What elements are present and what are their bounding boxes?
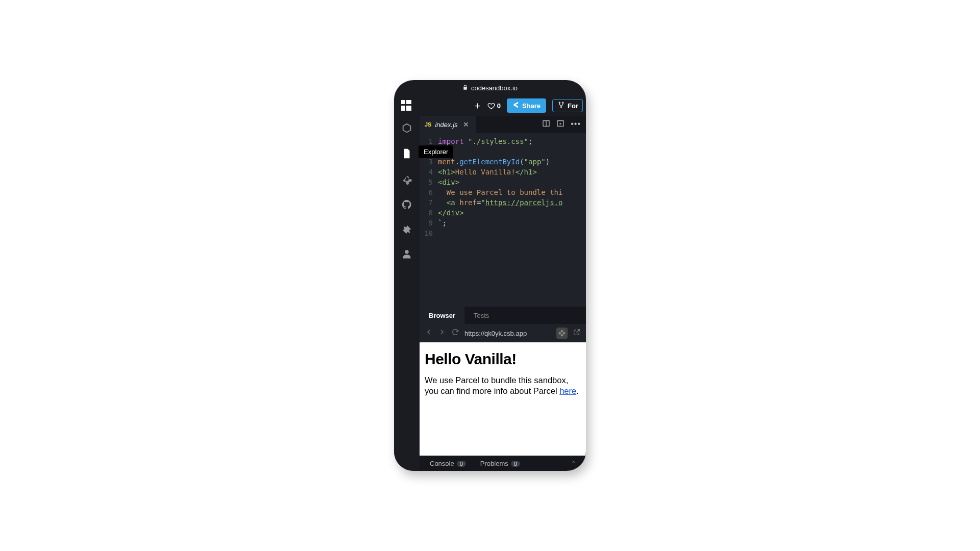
app-topbar: 0 Share For bbox=[394, 95, 586, 116]
settings-icon[interactable] bbox=[401, 173, 413, 185]
live-icon[interactable] bbox=[401, 249, 413, 262]
reload-icon[interactable] bbox=[451, 328, 459, 338]
add-button[interactable] bbox=[474, 102, 481, 110]
browser-address-bar: codesandbox.io bbox=[394, 80, 586, 95]
svg-point-1 bbox=[562, 102, 564, 103]
page-host: codesandbox.io bbox=[471, 84, 518, 92]
expand-panel-icon[interactable]: ⌃ bbox=[571, 460, 576, 467]
activity-bar: Explorer bbox=[394, 116, 420, 471]
explorer-icon[interactable] bbox=[401, 147, 413, 160]
tab-filename: index.js bbox=[435, 121, 457, 129]
share-label: Share bbox=[522, 102, 541, 110]
share-button[interactable]: Share bbox=[507, 98, 546, 113]
share-icon bbox=[512, 102, 519, 110]
structure-icon[interactable] bbox=[556, 328, 568, 339]
js-file-icon: JS bbox=[425, 121, 431, 128]
code-editor[interactable]: 1import "./styles.css";23ment.getElement… bbox=[420, 133, 586, 307]
lock-icon bbox=[462, 84, 468, 92]
tab-tests[interactable]: Tests bbox=[464, 307, 498, 324]
fork-button[interactable]: For bbox=[552, 99, 583, 112]
like-button[interactable]: 0 bbox=[487, 102, 501, 110]
device-frame: codesandbox.io 0 Share For bbox=[394, 80, 586, 471]
tab-index-js[interactable]: JS index.js ✕ bbox=[420, 116, 476, 133]
more-actions-icon[interactable]: ••• bbox=[571, 119, 581, 130]
problems-badge: 0 bbox=[511, 461, 520, 467]
sandbox-icon[interactable] bbox=[401, 122, 413, 134]
preview-tabs: Browser Tests bbox=[420, 307, 586, 324]
close-tab-icon[interactable]: ✕ bbox=[461, 120, 471, 129]
github-icon[interactable] bbox=[401, 198, 413, 211]
open-external-icon[interactable] bbox=[573, 328, 581, 338]
preview-pane-icon[interactable] bbox=[556, 119, 565, 130]
fork-label: For bbox=[568, 102, 578, 110]
nav-forward-icon[interactable] bbox=[438, 328, 446, 338]
editor-tabbar: JS index.js ✕ ••• bbox=[420, 116, 586, 133]
like-count: 0 bbox=[497, 102, 501, 110]
explorer-tooltip: Explorer bbox=[419, 145, 453, 158]
svg-point-0 bbox=[559, 102, 560, 103]
problems-tab[interactable]: Problems0 bbox=[480, 460, 520, 467]
preview-url[interactable]: https://qk0yk.csb.app bbox=[464, 330, 551, 337]
console-tab[interactable]: Console0 bbox=[430, 460, 466, 467]
svg-point-2 bbox=[560, 107, 561, 108]
codesandbox-logo[interactable] bbox=[401, 100, 412, 111]
nav-back-icon[interactable] bbox=[425, 328, 433, 338]
preview-pane: Hello Vanilla! We use Parcel to bundle t… bbox=[420, 342, 586, 471]
preview-link[interactable]: here bbox=[559, 386, 576, 395]
fork-icon bbox=[558, 102, 565, 110]
preview-heading: Hello Vanilla! bbox=[425, 350, 581, 368]
preview-urlbar: https://qk0yk.csb.app bbox=[420, 324, 586, 342]
console-badge: 0 bbox=[457, 461, 466, 467]
tab-browser[interactable]: Browser bbox=[420, 307, 464, 324]
bottom-panel[interactable]: Console0 Problems0 ⌃ bbox=[420, 456, 586, 471]
split-editor-icon[interactable] bbox=[542, 119, 550, 130]
deploy-icon[interactable] bbox=[401, 224, 413, 236]
preview-paragraph: We use Parcel to bundle this sandbox, yo… bbox=[425, 375, 581, 397]
